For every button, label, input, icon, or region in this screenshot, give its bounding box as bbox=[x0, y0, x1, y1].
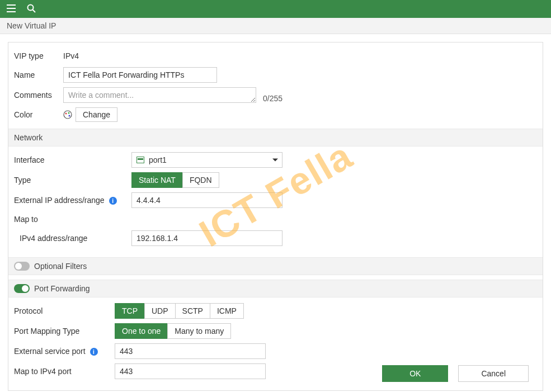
external-ip-input[interactable] bbox=[131, 192, 282, 208]
map-to-label: Map to bbox=[14, 212, 131, 226]
interface-label: Interface bbox=[14, 153, 131, 167]
network-header-text: Network bbox=[14, 133, 43, 142]
type-static-nat[interactable]: Static NAT bbox=[131, 172, 183, 188]
type-segmented: Static NAT FQDN bbox=[131, 172, 219, 188]
comments-counter: 0/255 bbox=[263, 94, 282, 103]
footer-buttons: OK Cancel bbox=[382, 365, 529, 382]
protocol-icmp[interactable]: ICMP bbox=[210, 303, 244, 319]
section-optional-filters: Optional Filters bbox=[8, 257, 543, 275]
type-fqdn[interactable]: FQDN bbox=[182, 172, 219, 188]
vip-type-label: VIP type bbox=[14, 49, 63, 63]
svg-rect-2 bbox=[7, 11, 16, 12]
map-port-label: Map to IPv4 port bbox=[14, 365, 115, 378]
external-port-label: External service port i bbox=[14, 344, 115, 358]
row-map-to: Map to bbox=[8, 210, 543, 228]
menu-icon[interactable] bbox=[7, 4, 16, 14]
row-interface: Interface port1 bbox=[8, 150, 543, 170]
row-port-mapping: Port Mapping Type One to one Many to man… bbox=[8, 321, 543, 341]
svg-point-3 bbox=[28, 4, 34, 10]
row-ipv4-range: IPv4 address/range bbox=[8, 228, 543, 248]
protocol-sctp[interactable]: SCTP bbox=[175, 303, 210, 319]
row-external-port: External service port i bbox=[8, 341, 543, 361]
type-label: Type bbox=[14, 173, 131, 187]
external-port-input[interactable] bbox=[115, 343, 266, 359]
protocol-tcp[interactable]: TCP bbox=[115, 303, 145, 319]
svg-rect-1 bbox=[7, 8, 16, 9]
map-port-input[interactable] bbox=[115, 363, 266, 379]
cancel-button[interactable]: Cancel bbox=[458, 365, 529, 382]
name-input[interactable] bbox=[63, 67, 217, 83]
interface-value: port1 bbox=[149, 155, 167, 164]
port-mapping-label: Port Mapping Type bbox=[14, 324, 115, 338]
row-color: Color Change bbox=[8, 105, 543, 124]
search-icon[interactable] bbox=[27, 4, 36, 15]
color-label: Color bbox=[14, 108, 63, 121]
form-container: VIP type IPv4 Name Comments 0/255 Color … bbox=[8, 42, 543, 391]
chevron-down-icon bbox=[272, 159, 278, 162]
protocol-udp[interactable]: UDP bbox=[144, 303, 176, 319]
row-vip-type: VIP type IPv4 bbox=[8, 47, 543, 65]
row-comments: Comments 0/255 bbox=[8, 85, 543, 105]
row-name: Name bbox=[8, 65, 543, 85]
mapping-many-to-many[interactable]: Many to many bbox=[167, 323, 231, 339]
svg-point-7 bbox=[68, 112, 70, 114]
port-icon bbox=[136, 157, 144, 163]
ipv4-range-input[interactable] bbox=[131, 230, 282, 246]
mapping-one-to-one[interactable]: One to one bbox=[115, 323, 168, 339]
color-palette-icon bbox=[63, 110, 72, 119]
port-forwarding-toggle[interactable] bbox=[14, 284, 30, 293]
comments-input[interactable] bbox=[63, 87, 256, 103]
row-type: Type Static NAT FQDN bbox=[8, 170, 543, 190]
ipv4-range-label: IPv4 address/range bbox=[20, 234, 131, 243]
protocol-segmented: TCP UDP SCTP ICMP bbox=[115, 303, 244, 319]
ok-button[interactable]: OK bbox=[382, 365, 448, 382]
port-forwarding-header-text: Port Forwarding bbox=[34, 284, 90, 293]
comments-label: Comments bbox=[14, 88, 63, 102]
change-color-button[interactable]: Change bbox=[76, 107, 117, 122]
protocol-label: Protocol bbox=[14, 304, 115, 318]
vip-type-value: IPv4 bbox=[63, 49, 79, 63]
top-bar bbox=[0, 0, 551, 18]
info-icon[interactable]: i bbox=[90, 348, 98, 356]
svg-point-5 bbox=[64, 111, 72, 119]
section-port-forwarding: Port Forwarding bbox=[8, 280, 543, 297]
port-mapping-segmented: One to one Many to many bbox=[115, 323, 231, 339]
name-label: Name bbox=[14, 68, 63, 82]
svg-point-8 bbox=[69, 115, 70, 117]
interface-select[interactable]: port1 bbox=[131, 152, 282, 168]
optional-filters-header-text: Optional Filters bbox=[34, 262, 87, 271]
row-protocol: Protocol TCP UDP SCTP ICMP bbox=[8, 301, 543, 321]
svg-line-4 bbox=[33, 10, 36, 12]
info-icon[interactable]: i bbox=[109, 197, 117, 205]
optional-filters-toggle[interactable] bbox=[14, 262, 30, 271]
breadcrumb: New Virtual IP bbox=[0, 18, 551, 34]
section-network: Network bbox=[8, 129, 543, 147]
external-ip-label: External IP address/range i bbox=[14, 193, 131, 207]
row-external-ip: External IP address/range i bbox=[8, 190, 543, 210]
svg-rect-0 bbox=[7, 4, 16, 6]
svg-point-6 bbox=[65, 113, 67, 115]
